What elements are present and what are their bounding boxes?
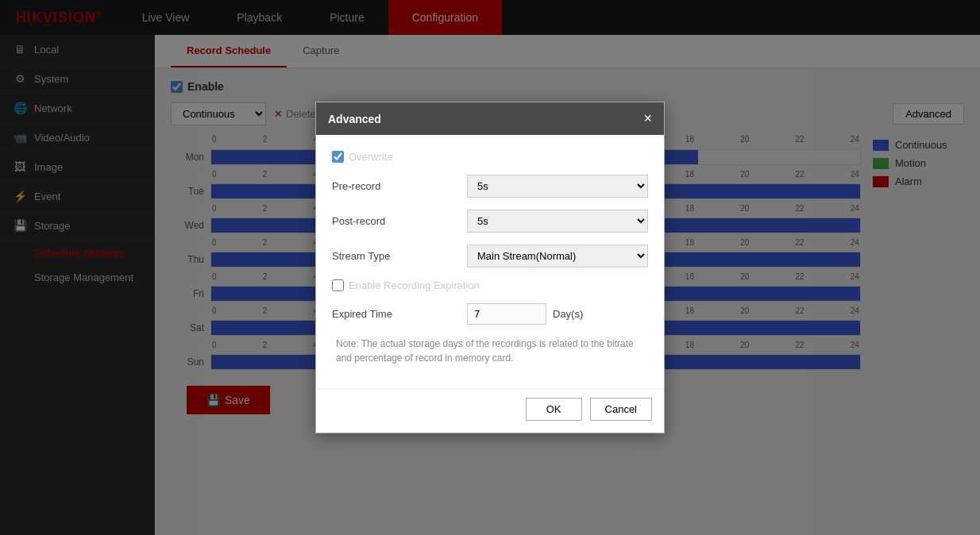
dialog-overlay: Advanced × Overwrite Pre-record No Pre-r… (0, 0, 980, 535)
expired-time-input[interactable] (467, 303, 546, 325)
enable-expiration-row: Enable Recording Expiration (332, 279, 648, 291)
enable-expiration-label: Enable Recording Expiration (349, 279, 480, 291)
expired-time-row: Expired Time Day(s) (332, 303, 648, 325)
dialog-footer: OK Cancel (316, 389, 664, 433)
stream-type-row: Stream Type Main Stream(Normal) Sub-stre… (332, 244, 648, 268)
post-record-row: Post-record No Post-record 5s 10s 15s 20… (332, 210, 648, 233)
stream-type-label: Stream Type (332, 250, 467, 262)
dialog-title: Advanced (328, 113, 381, 125)
dialog-note: Note: The actual storage days of the rec… (332, 337, 648, 365)
pre-record-input: No Pre-record 5s 10s 15s 20s 25s 30s (467, 175, 648, 198)
overwrite-checkbox-row: Overwrite (332, 151, 393, 163)
pre-record-select[interactable]: No Pre-record 5s 10s 15s 20s 25s 30s (467, 175, 648, 198)
enable-expiration-checkbox[interactable] (332, 279, 344, 291)
overwrite-row: Overwrite (332, 151, 648, 163)
expired-time-input-row: Day(s) (467, 303, 583, 325)
post-record-input: No Post-record 5s 10s 15s 20s 25s 30s (467, 210, 648, 233)
pre-record-row: Pre-record No Pre-record 5s 10s 15s 20s … (332, 175, 648, 198)
overwrite-label: Overwrite (349, 151, 393, 163)
days-unit-label: Day(s) (553, 308, 583, 320)
dialog-header: Advanced × (316, 102, 664, 135)
post-record-label: Post-record (332, 215, 467, 227)
ok-button[interactable]: OK (526, 398, 582, 421)
expired-time-label: Expired Time (332, 308, 467, 320)
advanced-dialog: Advanced × Overwrite Pre-record No Pre-r… (315, 102, 665, 433)
dialog-close-button[interactable]: × (643, 110, 652, 127)
enable-expiration-checkbox-row: Enable Recording Expiration (332, 279, 480, 291)
dialog-body: Overwrite Pre-record No Pre-record 5s 10… (316, 135, 664, 389)
stream-type-select[interactable]: Main Stream(Normal) Sub-stream Sub-strea… (467, 244, 648, 268)
overwrite-checkbox[interactable] (332, 151, 344, 163)
post-record-select[interactable]: No Post-record 5s 10s 15s 20s 25s 30s (467, 210, 648, 233)
stream-type-input: Main Stream(Normal) Sub-stream Sub-strea… (467, 244, 648, 268)
cancel-button[interactable]: Cancel (590, 398, 652, 421)
pre-record-label: Pre-record (332, 180, 467, 192)
